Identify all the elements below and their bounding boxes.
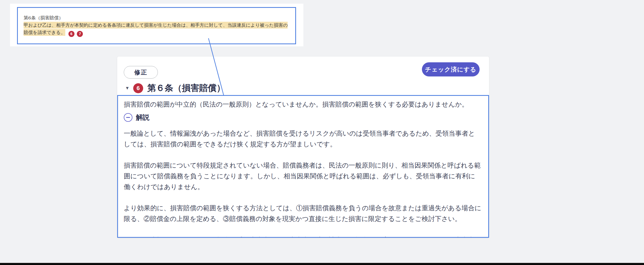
issue-badge-6[interactable]: 6 <box>68 31 74 37</box>
mark-checked-button[interactable]: チェック済にする <box>422 62 480 76</box>
explanation-toggle-row: 解説 <box>124 112 481 122</box>
explanation-paragraph: ただし、上記のように修正した場合、受領当事者が開示当事者に賠償請求する場合にも適… <box>124 235 481 238</box>
explanation-paragraph: 一般論として、情報漏洩があった場合など、損害賠償を受けるリスクが高いのは受領当事… <box>124 128 481 150</box>
review-question: 損害賠償の範囲が中立的（民法の一般原則）となっていませんか。損害賠償の範囲を狭く… <box>124 99 481 110</box>
clause-title: 第6条（損害賠償） <box>24 14 289 21</box>
minus-bar <box>126 117 130 118</box>
explanation-paragraph: より効果的に、損害賠償の範囲を狭くする方法としては、①損害賠償義務を負うの場合を… <box>124 203 481 224</box>
explanation-paragraph: 損害賠償の範囲について特段規定されていない場合、賠償義務者は、民法の一般原則に則… <box>124 160 481 192</box>
fix-button[interactable]: 修正 <box>124 66 158 79</box>
screen-bottom-edge-bar <box>0 263 644 265</box>
clause-highlighted-text[interactable]: 甲および乙は、相手方が本契約に定める各条項に違反して損害が生じた場合は、相手方に… <box>24 22 288 36</box>
review-panel: 修正 チェック済にする ▼ 6 第６条（損害賠償） 損害賠償の範囲が中立的（民法… <box>117 57 489 238</box>
clause-header-row: ▼ 6 第６条（損害賠償） <box>125 82 225 94</box>
collapse-caret-icon[interactable]: ▼ <box>125 86 130 91</box>
clause-number-badge: 6 <box>133 83 143 93</box>
highlighted-clause-box[interactable]: 第6条（損害賠償） 甲および乙は、相手方が本契約に定める各条項に違反して損害が生… <box>17 7 296 44</box>
collapse-minus-icon[interactable] <box>124 113 132 122</box>
review-content-box: 損害賠償の範囲が中立的（民法の一般原則）となっていませんか。損害賠償の範囲を狭く… <box>117 95 489 238</box>
clause-header-title: 第６条（損害賠償） <box>147 82 225 94</box>
issue-badge-7[interactable]: 7 <box>77 31 83 37</box>
contract-excerpt-card: 第6条（損害賠償） 甲および乙は、相手方が本契約に定める各条項に違反して損害が生… <box>10 4 303 46</box>
explanation-label: 解説 <box>136 112 149 123</box>
